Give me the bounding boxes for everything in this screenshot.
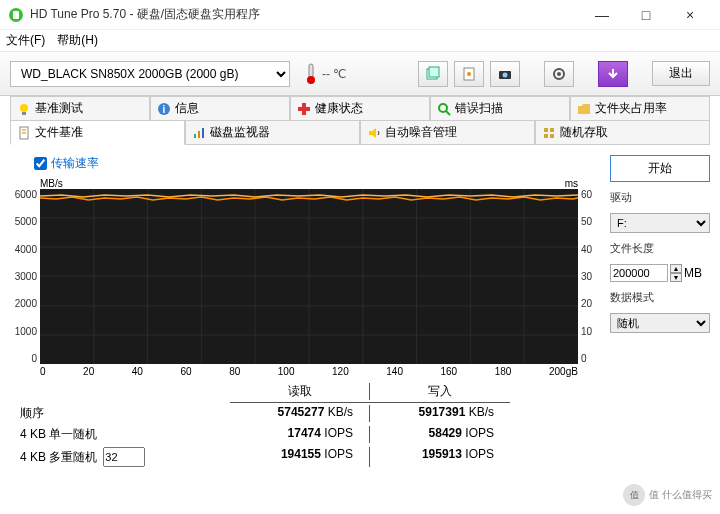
settings-button[interactable] <box>544 61 574 87</box>
tab-disk-monitor[interactable]: 磁盘监视器 <box>185 120 360 145</box>
start-button[interactable]: 开始 <box>610 155 710 182</box>
folder-icon <box>577 102 591 116</box>
svg-rect-1 <box>13 11 19 19</box>
svg-rect-2 <box>309 64 313 78</box>
svg-rect-29 <box>550 134 554 138</box>
minimize-button[interactable]: — <box>580 1 624 29</box>
file-length-spinner[interactable]: ▲▼ <box>670 264 682 282</box>
svg-rect-28 <box>544 134 548 138</box>
transfer-rate-label: 传输速率 <box>51 155 99 172</box>
queue-depth-spinner[interactable] <box>103 447 145 467</box>
maximize-button[interactable]: □ <box>624 1 668 29</box>
file-icon <box>17 126 31 140</box>
svg-rect-23 <box>194 134 196 138</box>
toolbar: WD_BLACK SN850X 2000GB (2000 gB) -- ℃ 退出 <box>0 52 720 96</box>
y-axis-left: 6000500040003000200010000 <box>10 189 40 364</box>
tab-health[interactable]: 健康状态 <box>290 96 430 121</box>
transfer-rate-checkbox[interactable] <box>34 157 47 170</box>
chart-canvas <box>40 189 578 364</box>
file-length-input[interactable] <box>610 264 668 282</box>
chart-icon <box>192 126 206 140</box>
tab-error-scan[interactable]: 错误扫描 <box>430 96 570 121</box>
titlebar: HD Tune Pro 5.70 - 硬盘/固态硬盘实用程序 — □ × <box>0 0 720 30</box>
svg-text:i: i <box>163 104 166 115</box>
random-icon <box>542 126 556 140</box>
col-read: 读取 <box>230 383 370 400</box>
copy-screenshot-button[interactable] <box>454 61 484 87</box>
temperature-display: -- ℃ <box>304 63 346 85</box>
y-axis-right: 6050403020100 <box>578 189 602 364</box>
y-left-unit: MB/s <box>40 178 63 189</box>
menubar: 文件(F) 帮助(H) <box>0 30 720 52</box>
menu-help[interactable]: 帮助(H) <box>57 32 98 49</box>
close-button[interactable]: × <box>668 1 712 29</box>
col-write: 写入 <box>370 383 510 400</box>
clipboard-icon <box>461 66 477 82</box>
table-row: 顺序 5745277 KB/s 5917391 KB/s <box>20 403 602 424</box>
svg-point-3 <box>307 76 315 84</box>
app-icon <box>8 7 24 23</box>
svg-point-11 <box>557 72 561 76</box>
menu-file[interactable]: 文件(F) <box>6 32 45 49</box>
svg-line-19 <box>446 111 450 115</box>
gear-icon <box>551 66 567 82</box>
screenshot-button[interactable] <box>490 61 520 87</box>
svg-point-9 <box>503 72 508 77</box>
tab-file-benchmark[interactable]: 文件基准 <box>10 120 185 145</box>
svg-rect-13 <box>22 112 26 115</box>
drive-select[interactable]: WD_BLACK SN850X 2000GB (2000 gB) <box>10 61 290 87</box>
svg-rect-17 <box>298 107 310 111</box>
svg-rect-24 <box>198 131 200 138</box>
svg-point-18 <box>439 104 447 112</box>
svg-rect-5 <box>429 67 439 77</box>
save-arrow-icon <box>606 67 620 81</box>
svg-rect-25 <box>202 128 204 138</box>
tabs: 基准测试 i信息 健康状态 错误扫描 文件夹占用率 文件基准 磁盘监视器 自动噪… <box>0 96 720 145</box>
tab-benchmark[interactable]: 基准测试 <box>10 96 150 121</box>
copy-info-button[interactable] <box>418 61 448 87</box>
table-row: 4 KB 单一随机 17474 IOPS 58429 IOPS <box>20 424 602 445</box>
window-title: HD Tune Pro 5.70 - 硬盘/固态硬盘实用程序 <box>30 6 580 23</box>
svg-point-12 <box>20 104 28 112</box>
info-icon: i <box>157 102 171 116</box>
drive-letter-select[interactable]: F: <box>610 213 710 233</box>
thermometer-icon <box>304 63 318 85</box>
watermark-icon: 值 <box>623 484 645 506</box>
camera-icon <box>497 66 513 82</box>
save-button[interactable] <box>598 61 628 87</box>
watermark: 值 值 什么值得买 <box>623 484 712 506</box>
speaker-icon <box>367 126 381 140</box>
drive-label: 驱动 <box>610 190 710 205</box>
svg-rect-27 <box>550 128 554 132</box>
search-icon <box>437 102 451 116</box>
y-right-unit: ms <box>565 178 578 189</box>
tab-aam[interactable]: 自动噪音管理 <box>360 120 535 145</box>
plus-icon <box>297 102 311 116</box>
table-row: 4 KB 多重随机 194155 IOPS 195913 IOPS <box>20 445 602 469</box>
data-mode-select[interactable]: 随机 <box>610 313 710 333</box>
file-length-label: 文件长度 <box>610 241 710 256</box>
svg-point-7 <box>467 72 471 76</box>
side-panel: 开始 驱动 F: 文件长度 ▲▼ MB 数据模式 随机 <box>610 151 710 469</box>
tab-folder-usage[interactable]: 文件夹占用率 <box>570 96 710 121</box>
bulb-icon <box>17 102 31 116</box>
data-mode-label: 数据模式 <box>610 290 710 305</box>
svg-rect-26 <box>544 128 548 132</box>
results-table: 读取 写入 顺序 5745277 KB/s 5917391 KB/s 4 KB … <box>20 383 602 469</box>
copy-icon <box>425 66 441 82</box>
tab-info[interactable]: i信息 <box>150 96 290 121</box>
tab-random-access[interactable]: 随机存取 <box>535 120 710 145</box>
x-axis: 020406080100120140160180200gB <box>40 366 578 377</box>
exit-button[interactable]: 退出 <box>652 61 710 86</box>
